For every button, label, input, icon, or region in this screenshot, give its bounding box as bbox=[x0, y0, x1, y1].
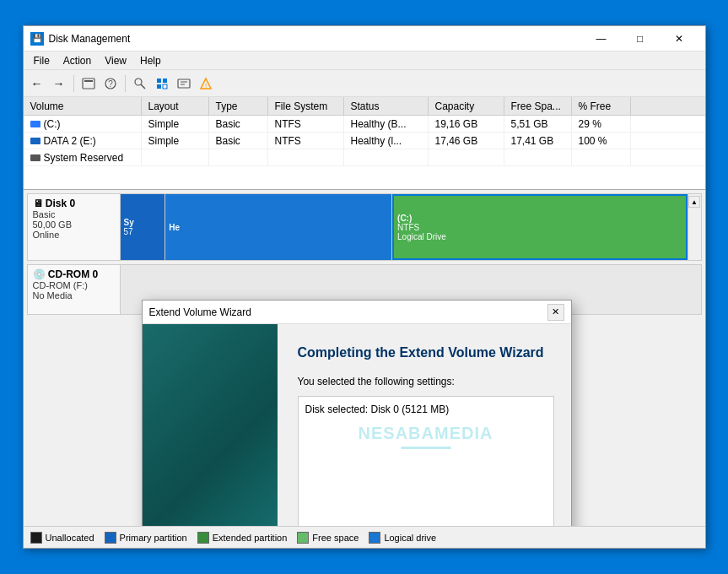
svg-point-4 bbox=[135, 79, 142, 85]
legend-extended: Extended partition bbox=[197, 532, 288, 544]
cell-pct-0: 29 % bbox=[572, 116, 631, 132]
dialog-right-panel: Completing the Extend Volume Wizard You … bbox=[278, 324, 571, 526]
toolbar-btn-1[interactable] bbox=[78, 73, 99, 94]
svg-rect-1 bbox=[84, 80, 93, 82]
toolbar-btn-6[interactable]: ! bbox=[196, 73, 216, 94]
cell-layout-2 bbox=[142, 149, 209, 165]
dialog-heading: Completing the Extend Volume Wizard bbox=[298, 344, 554, 362]
cell-cap-2 bbox=[429, 149, 504, 165]
dialog-left-panel bbox=[143, 324, 278, 526]
cell-status-2 bbox=[344, 149, 429, 165]
cell-cap-1: 17,46 GB bbox=[429, 133, 504, 149]
menu-bar: File Action View Help bbox=[24, 51, 705, 70]
cell-free-0: 5,51 GB bbox=[504, 116, 572, 132]
close-button[interactable]: ✕ bbox=[660, 26, 698, 51]
cell-free-2 bbox=[504, 149, 572, 165]
legend-freespace: Free space bbox=[297, 532, 359, 544]
volume-icon-c bbox=[30, 121, 40, 127]
cell-layout-0: Simple bbox=[142, 116, 209, 132]
dialog-settings-text: Disk selected: Disk 0 (5121 MB) bbox=[305, 403, 547, 415]
legend-box-unallocated bbox=[30, 532, 42, 544]
svg-rect-7 bbox=[163, 79, 167, 83]
cell-layout-1: Simple bbox=[142, 133, 209, 149]
minimize-button[interactable]: — bbox=[582, 26, 621, 51]
svg-rect-6 bbox=[157, 79, 161, 83]
dialog-close-button[interactable]: ✕ bbox=[547, 304, 564, 321]
col-volume: Volume bbox=[24, 97, 142, 115]
cell-status-0: Healthy (B... bbox=[344, 116, 429, 132]
svg-rect-10 bbox=[178, 79, 190, 88]
toolbar-separator-2 bbox=[125, 75, 126, 92]
svg-rect-8 bbox=[157, 84, 161, 89]
extend-volume-dialog: Extend Volume Wizard ✕ Completing the Ex… bbox=[142, 300, 572, 526]
volume-icon-sys bbox=[30, 154, 40, 161]
cell-volume-1: DATA 2 (E:) bbox=[24, 133, 142, 149]
col-status: Status bbox=[344, 97, 429, 115]
legend-primary: Primary partition bbox=[105, 532, 187, 544]
cell-type-0: Basic bbox=[209, 116, 268, 132]
toolbar-separator-1 bbox=[73, 75, 74, 92]
col-free: Free Spa... bbox=[504, 97, 572, 115]
legend-logical: Logical drive bbox=[369, 532, 436, 544]
disk-area: 🖥 Disk 0 Basic 50,00 GB Online Sy 57 He … bbox=[24, 190, 705, 526]
cell-volume-0: (C:) bbox=[24, 116, 142, 132]
table-row[interactable]: System Reserved bbox=[24, 149, 705, 166]
cell-type-1: Basic bbox=[209, 133, 268, 149]
legend-box-logical bbox=[369, 532, 380, 544]
legend: Unallocated Primary partition Extended p… bbox=[24, 526, 705, 548]
legend-box-primary bbox=[105, 532, 116, 544]
cell-type-2 bbox=[209, 149, 268, 165]
toolbar-btn-4[interactable] bbox=[152, 73, 172, 94]
dialog-watermark-decoration bbox=[401, 447, 451, 449]
cell-volume-2: System Reserved bbox=[24, 149, 142, 165]
main-window: 💾 Disk Management — □ ✕ File Action View… bbox=[23, 25, 706, 549]
menu-action[interactable]: Action bbox=[57, 53, 98, 68]
maximize-button[interactable]: □ bbox=[621, 26, 660, 51]
app-icon: 💾 bbox=[30, 32, 44, 46]
col-filesystem: File System bbox=[268, 97, 344, 115]
col-layout: Layout bbox=[142, 97, 209, 115]
toolbar-btn-3[interactable] bbox=[130, 73, 150, 94]
menu-help[interactable]: Help bbox=[133, 53, 168, 68]
table-row[interactable]: (C:) Simple Basic NTFS Healthy (B... 19,… bbox=[24, 116, 705, 133]
toolbar-btn-5[interactable] bbox=[174, 73, 194, 94]
cell-pct-2 bbox=[572, 149, 631, 165]
cell-pct-1: 100 % bbox=[572, 133, 631, 149]
table-header: Volume Layout Type File System Status Ca… bbox=[24, 97, 705, 116]
cell-fs-0: NTFS bbox=[268, 116, 344, 132]
dialog-watermark: NESABAMEDIA bbox=[305, 424, 547, 443]
col-pct: % Free bbox=[572, 97, 631, 115]
svg-rect-0 bbox=[83, 79, 94, 89]
svg-rect-9 bbox=[163, 84, 167, 89]
legend-unallocated: Unallocated bbox=[30, 532, 94, 544]
title-bar: 💾 Disk Management — □ ✕ bbox=[24, 26, 705, 51]
dialog-title-bar: Extend Volume Wizard ✕ bbox=[143, 301, 571, 324]
window-controls: — □ ✕ bbox=[582, 26, 698, 51]
cell-fs-2 bbox=[268, 149, 344, 165]
svg-text:?: ? bbox=[108, 79, 113, 89]
toolbar: ← → ? ! bbox=[24, 70, 705, 97]
disk-table: Volume Layout Type File System Status Ca… bbox=[24, 97, 705, 190]
forward-button[interactable]: → bbox=[49, 73, 69, 94]
svg-text:!: ! bbox=[204, 82, 206, 89]
volume-icon-e bbox=[30, 138, 40, 144]
toolbar-btn-2[interactable]: ? bbox=[100, 73, 121, 94]
cell-fs-1: NTFS bbox=[268, 133, 344, 149]
back-button[interactable]: ← bbox=[27, 73, 47, 94]
col-type: Type bbox=[209, 97, 268, 115]
cell-status-1: Healthy (l... bbox=[344, 133, 429, 149]
col-capacity: Capacity bbox=[429, 97, 504, 115]
menu-view[interactable]: View bbox=[98, 53, 133, 68]
menu-file[interactable]: File bbox=[27, 53, 57, 68]
cell-free-1: 17,41 GB bbox=[504, 133, 572, 149]
dialog-title: Extend Volume Wizard bbox=[149, 306, 547, 318]
dialog-settings-box: Disk selected: Disk 0 (5121 MB) NESABAME… bbox=[298, 396, 554, 526]
app-title: Disk Management bbox=[49, 33, 582, 45]
table-row[interactable]: DATA 2 (E:) Simple Basic NTFS Healthy (l… bbox=[24, 133, 705, 149]
svg-line-5 bbox=[141, 84, 145, 89]
legend-box-freespace bbox=[297, 532, 309, 544]
dialog-overlay: Extend Volume Wizard ✕ Completing the Ex… bbox=[24, 190, 705, 526]
cell-cap-0: 19,16 GB bbox=[429, 116, 504, 132]
dialog-body: Completing the Extend Volume Wizard You … bbox=[143, 324, 571, 526]
legend-box-extended bbox=[197, 532, 209, 544]
